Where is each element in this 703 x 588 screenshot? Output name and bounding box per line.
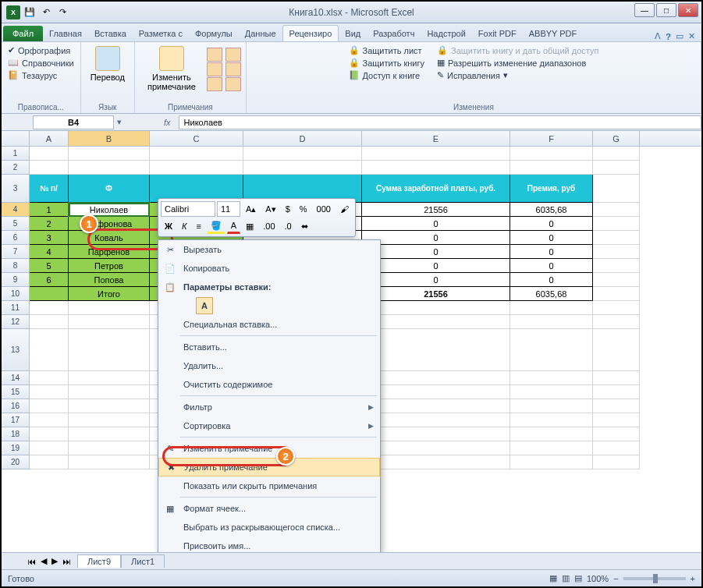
row-header[interactable]: 7 [2, 245, 30, 259]
ctx-paste-opt-a[interactable]: A [158, 296, 380, 315]
fx-icon[interactable]: fx [164, 118, 171, 127]
row-header[interactable]: 17 [2, 413, 30, 427]
table-cell[interactable]: 4 [30, 245, 69, 259]
cell[interactable] [362, 427, 510, 441]
table-cell[interactable]: Коваль [69, 231, 150, 245]
cell[interactable] [510, 441, 593, 455]
cell[interactable] [593, 371, 640, 385]
cell[interactable] [30, 371, 69, 385]
minimize-button[interactable]: — [634, 3, 655, 17]
tab-insert[interactable]: Вставка [88, 26, 133, 41]
cell[interactable] [510, 315, 593, 329]
select-all-corner[interactable] [2, 131, 30, 146]
table-header-fam[interactable]: Ф [69, 175, 150, 203]
ctx-picklist[interactable]: Выбрать из раскрывающегося списка... [158, 518, 380, 537]
table-cell[interactable]: 0 [510, 245, 593, 259]
table-cell[interactable]: 6035,68 [510, 203, 593, 217]
cell[interactable] [243, 161, 362, 175]
row-header[interactable]: 3 [2, 175, 30, 203]
edit-comment-button[interactable]: Изменить примечание [140, 44, 204, 93]
ctx-cut[interactable]: ✂Вырезать [158, 240, 380, 259]
table-header-num[interactable]: № п/ [30, 175, 69, 203]
cell[interactable] [593, 273, 640, 287]
cell[interactable] [30, 399, 69, 413]
shrink-font-icon[interactable]: A▾ [261, 201, 279, 217]
ctx-delete-comment[interactable]: ✖Удалить примечание [158, 458, 380, 476]
table-cell-selected[interactable]: Николаев [69, 203, 150, 217]
cell[interactable] [593, 161, 640, 175]
table-cell[interactable]: 21556 [362, 203, 510, 217]
cell[interactable] [69, 385, 150, 399]
cell[interactable] [30, 301, 69, 315]
table-cell[interactable]: 3 [30, 231, 69, 245]
ctx-clear[interactable]: Очистить содержимое [158, 375, 380, 394]
protect-book-button[interactable]: 🔒Защитить книгу [347, 57, 427, 69]
sheet-tab[interactable]: Лист9 [77, 554, 121, 568]
cell[interactable] [593, 301, 640, 315]
zoom-slider[interactable] [623, 577, 686, 580]
cell[interactable] [69, 427, 150, 441]
row-header[interactable]: 14 [2, 371, 30, 385]
ctx-delete[interactable]: Удалить... [158, 356, 380, 375]
cell[interactable] [362, 161, 510, 175]
row-header[interactable]: 8 [2, 259, 30, 273]
row-header[interactable]: 19 [2, 441, 30, 455]
name-box[interactable]: B4 [33, 115, 114, 129]
ctx-filter[interactable]: Фильтр▶ [158, 398, 380, 416]
cell[interactable] [69, 329, 150, 371]
allow-ranges-button[interactable]: ▦Разрешить изменение диапазонов [435, 57, 588, 69]
cell[interactable] [510, 399, 593, 413]
zoom-level[interactable]: 100% [587, 574, 609, 583]
col-header-c[interactable]: C [150, 131, 243, 146]
col-header-e[interactable]: E [362, 131, 510, 146]
formula-input[interactable]: Николаев [179, 115, 701, 129]
table-cell[interactable]: 0 [362, 217, 510, 231]
table-cell[interactable]: 0 [362, 273, 510, 287]
align-icon[interactable]: ≡ [192, 218, 204, 234]
cell[interactable] [69, 161, 150, 175]
col-header-a[interactable]: A [30, 131, 69, 146]
table-cell[interactable]: 0 [510, 259, 593, 273]
bold-icon[interactable]: Ж [161, 218, 176, 234]
cell[interactable] [30, 147, 69, 161]
zoom-in-icon[interactable]: + [691, 574, 695, 583]
cell[interactable] [30, 161, 69, 175]
cell[interactable] [593, 399, 640, 413]
cell[interactable] [593, 147, 640, 161]
tab-nav-first-icon[interactable]: ⏮ [25, 557, 38, 566]
grow-font-icon[interactable]: A▴ [242, 201, 260, 217]
cell[interactable] [593, 329, 640, 371]
format-painter-icon[interactable]: 🖌 [336, 201, 353, 217]
tab-abbyy[interactable]: ABBYY PDF [523, 26, 584, 41]
minimize-ribbon-icon[interactable]: ᐱ [655, 31, 661, 41]
cell[interactable] [69, 371, 150, 385]
tab-layout[interactable]: Разметка с [133, 26, 189, 41]
decimal-dec-icon[interactable]: .0 [281, 218, 296, 234]
cell[interactable] [69, 147, 150, 161]
cell[interactable] [510, 455, 593, 469]
dropdown-icon[interactable]: ▾ [114, 117, 125, 127]
cell[interactable] [510, 329, 593, 371]
tab-formulas[interactable]: Формулы [189, 26, 239, 41]
table-cell[interactable]: Попова [69, 273, 150, 287]
table-cell-total[interactable]: Итого [69, 287, 150, 301]
help-icon[interactable]: ? [666, 32, 671, 41]
cell[interactable] [30, 427, 69, 441]
row-header[interactable]: 11 [2, 301, 30, 315]
cell[interactable] [593, 413, 640, 427]
tab-file[interactable]: Файл [3, 26, 43, 41]
cell[interactable] [150, 147, 243, 161]
tab-home[interactable]: Главная [43, 26, 88, 41]
cell[interactable] [362, 147, 510, 161]
cell[interactable] [243, 147, 362, 161]
cell[interactable] [362, 441, 510, 455]
cell[interactable] [510, 413, 593, 427]
percent-icon[interactable]: % [296, 201, 311, 217]
italic-icon[interactable]: К [178, 218, 190, 234]
ctx-edit-comment[interactable]: ✎Изменить примечание [158, 439, 380, 458]
view-break-icon[interactable]: ▤ [574, 573, 582, 583]
view-layout-icon[interactable]: ▥ [562, 573, 570, 583]
comma-icon[interactable]: 000 [313, 201, 335, 217]
tab-data[interactable]: Данные [239, 26, 282, 41]
undo-icon[interactable]: ↶ [39, 5, 53, 19]
